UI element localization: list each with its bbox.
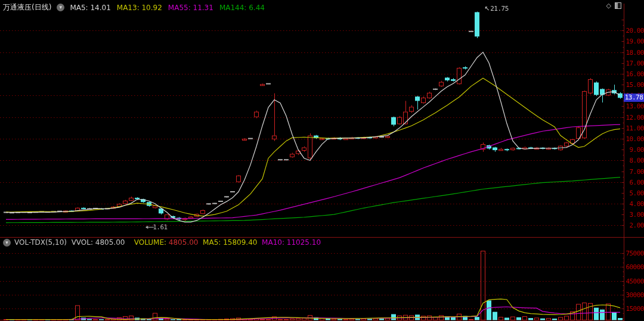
price-axis-label: 3.00	[625, 211, 644, 219]
price-axis-label: 20.00	[625, 27, 644, 35]
ma-indicator-values: MA5: 14.01MA13: 10.92MA55: 11.31MA144: 6…	[70, 4, 265, 12]
volume-axis-label: 30000	[625, 291, 644, 299]
ma-indicator-0: MA5: 14.01	[70, 4, 110, 12]
price-axis-label: 5.00	[625, 189, 644, 197]
volume-header-segment-2: VOLUME:	[134, 238, 169, 247]
price-axis-label: 12.00	[625, 114, 644, 121]
expand-icon[interactable]: ▾	[57, 4, 64, 11]
expand-icon[interactable]: ▾	[3, 239, 11, 247]
price-axis-label: 15.00	[625, 81, 644, 89]
low-price-value: 1.61	[153, 223, 168, 231]
price-axis-label: 9.00	[625, 146, 644, 154]
high-price-marker: ↖21.75	[484, 5, 509, 13]
price-chart-header: 万通液压(日线) ▾ MA5: 14.01MA13: 10.92MA55: 11…	[3, 2, 265, 13]
low-arrow-icon: ←	[145, 223, 154, 231]
volume-header-segment-3: 4805.00	[169, 238, 203, 247]
high-arrow-icon: ↖	[484, 5, 490, 13]
price-axis-label: 13.00	[625, 102, 644, 110]
window-controls: ◇	[606, 2, 621, 10]
volume-header-segment-0: VOL-TDX(5,10)	[14, 238, 72, 247]
ma-indicator-1: MA13: 10.92	[117, 4, 162, 12]
price-axis-label: 4.00	[625, 200, 644, 208]
candlestick-chart-canvas[interactable]	[0, 0, 644, 321]
volume-axis-label: 45000	[625, 278, 644, 285]
price-axis-label: 6.00	[625, 179, 644, 186]
high-price-value: 21.75	[490, 5, 509, 13]
ma-indicator-3: MA144: 6.44	[219, 4, 265, 12]
volume-header-segment-1: VVOL: 4805.00	[72, 238, 134, 247]
price-axis-label: 11.00	[625, 124, 644, 132]
price-axis-label: 17.00	[625, 60, 644, 67]
low-price-marker: ←1.61	[145, 223, 168, 231]
price-axis-label: 10.00	[625, 135, 644, 143]
price-axis-label: 16.00	[625, 70, 644, 78]
window-icon[interactable]	[615, 2, 621, 9]
price-axis-label: 18.00	[625, 49, 644, 57]
price-axis-label: 19.00	[625, 38, 644, 45]
volume-axis-label: 60000	[625, 263, 644, 271]
volume-indicator-values: VOL-TDX(5,10) VVOL: 4805.00 VOLUME: 4805…	[14, 238, 321, 247]
price-axis-label: 7.00	[625, 168, 644, 176]
volume-header-segment-5: MA10: 11025.10	[262, 238, 321, 247]
stock-chart-window: 万通液压(日线) ▾ MA5: 14.01MA13: 10.92MA55: 11…	[0, 0, 644, 321]
price-axis-label: 8.00	[625, 157, 644, 164]
volume-header-segment-4: MA5: 15809.40	[203, 238, 262, 247]
ma-indicator-2: MA55: 11.31	[168, 4, 213, 12]
last-price-tag: 13.78	[624, 94, 644, 102]
diamond-icon[interactable]: ◇	[606, 2, 611, 10]
volume-panel-header: ▾ VOL-TDX(5,10) VVOL: 4805.00 VOLUME: 48…	[3, 238, 321, 247]
volume-axis-label: 15000	[625, 305, 644, 313]
stock-title: 万通液压(日线)	[3, 2, 51, 13]
price-axis-label: 2.00	[625, 222, 644, 229]
volume-axis-label: 75000	[625, 250, 644, 257]
